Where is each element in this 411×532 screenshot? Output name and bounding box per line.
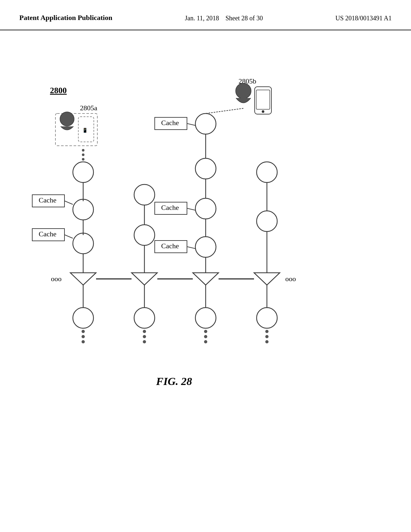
node-c1-bottom: [73, 308, 93, 328]
node-c2-bottom: [134, 308, 155, 328]
dot-ua-1: [82, 149, 84, 152]
tri-c3: [193, 273, 219, 285]
node-c3-top: [195, 113, 216, 134]
bdot-c1-2: [82, 335, 85, 338]
cache-c1-upper-label: Cache: [39, 196, 56, 204]
diagram-area: 2800 2805a 📱 2805b: [0, 30, 411, 482]
bdot-c3-3: [204, 340, 207, 343]
user-a-label: 2805a: [80, 104, 97, 112]
cache-c3-mid-line: [187, 208, 195, 210]
cache-c3-mid-label: Cache: [161, 203, 179, 212]
node-c3-r1: [195, 158, 216, 179]
sheet-info: Sheet 28 of 30: [225, 15, 263, 22]
tri-c2: [132, 273, 157, 285]
user-a-body: [61, 126, 73, 130]
user-a-head: [60, 112, 74, 126]
node-c2-r2: [134, 225, 155, 245]
publication-title: Patent Application Publication: [19, 13, 112, 23]
tri-c1: [70, 273, 96, 285]
node-c3-r2: [195, 198, 216, 219]
cache-c3-top-label: Cache: [161, 119, 179, 127]
bdot-c4-1: [265, 330, 269, 333]
user-b-screen: [256, 90, 270, 109]
bdot-c1-1: [82, 330, 85, 333]
node-c4-r2: [257, 211, 277, 232]
header-center-info: Jan. 11, 2018 Sheet 28 of 30: [185, 13, 263, 23]
node-c3-r3: [195, 237, 216, 257]
patent-number: US 2018/0013491 A1: [336, 13, 392, 23]
main-svg: 2800 2805a 📱 2805b: [0, 30, 411, 482]
diagram-title: 2800: [50, 86, 67, 95]
user-b-phone: [255, 87, 271, 114]
bdot-c3-1: [204, 330, 207, 333]
node-c1-r2: [73, 199, 93, 220]
node-c3-bottom: [195, 308, 216, 328]
node-c1-r3: [73, 233, 93, 254]
node-c1-r1: [73, 162, 93, 182]
cache-c3-lower-label: Cache: [161, 242, 179, 250]
cache-c1-upper-line: [64, 201, 73, 204]
tri-c4: [254, 273, 280, 285]
user-b-body: [236, 98, 251, 103]
figure-label: FIG. 28: [156, 375, 192, 387]
bdot-c3-2: [204, 335, 207, 338]
bdot-c4-2: [265, 335, 269, 338]
node-c4-r1: [257, 162, 277, 182]
node-c2-r1: [134, 184, 155, 205]
bdot-c2-3: [143, 340, 146, 343]
dots-left: ooo: [51, 275, 62, 283]
publication-date: Jan. 11, 2018: [185, 15, 219, 22]
dot-ua-3: [82, 158, 84, 161]
node-c4-bottom: [257, 308, 277, 328]
cache-c3-lower-line: [187, 247, 195, 249]
bdot-c2-1: [143, 330, 146, 333]
cache-c3-top-line: [187, 123, 195, 125]
cache-c1-lower-line: [64, 235, 73, 238]
bdot-c4-3: [265, 340, 269, 343]
page-header: Patent Application Publication Jan. 11, …: [0, 0, 411, 30]
user-b-head: [236, 83, 251, 99]
dot-ua-2: [82, 153, 84, 156]
bdot-c1-3: [82, 340, 85, 343]
dots-right: ooo: [285, 275, 296, 283]
user-b-home-btn: [262, 110, 264, 113]
user-b-connect: [206, 108, 243, 113]
bdot-c2-2: [143, 335, 146, 338]
cache-c1-lower-label: Cache: [39, 230, 56, 238]
user-a-phone-icon: 📱: [82, 128, 88, 133]
